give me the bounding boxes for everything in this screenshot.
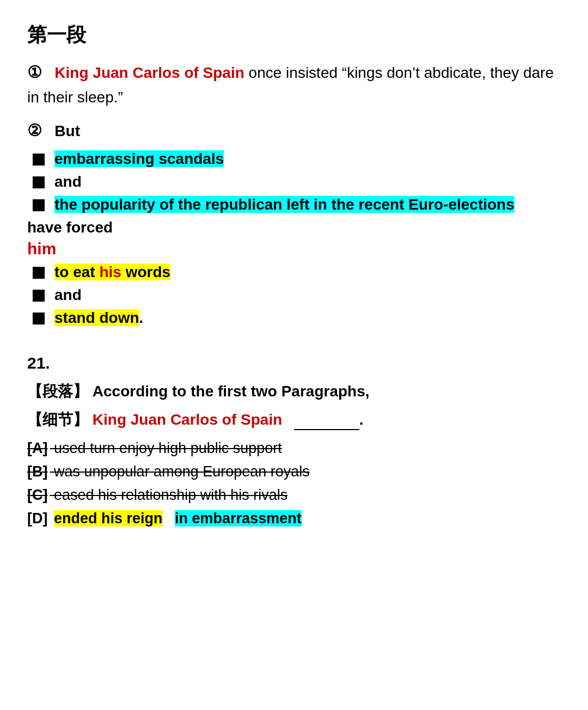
to-eat-words-yellow: to eat his words [54,264,170,280]
bullet-text-3: the popularity of the republican left in… [54,196,514,213]
bullet-square-4 [33,267,45,279]
to-eat-prefix: to eat [54,264,99,280]
bullet-item-6: stand down. [33,309,561,327]
bullet-square-2 [33,176,45,188]
option-A-text: used turn enjoy high public support [54,440,282,456]
bullet-text-5: and [54,286,82,304]
bullet-square-5 [33,290,45,302]
option-D-cyan: in embarrassment [175,510,302,527]
question-xijie: 【细节】 King Juan Carlos of Spain . [27,409,561,430]
question-number: 21. [27,354,561,372]
bullet-item-5: and [33,286,561,304]
xijie-red-name: King Juan Carlos of Spain [93,411,282,428]
option-D-yellow: ended his reign [54,510,163,527]
bullet-square-1 [33,154,45,166]
option-B: [B] was unpopular among European royals [27,463,561,480]
option-C: [C] eased his relationship with his riva… [27,487,561,504]
circle-num-1: ① [27,63,42,81]
paragraph-2: ② But [27,118,561,144]
his-red: his [99,264,121,280]
popularity-text: the popularity of the republican left in… [54,196,514,213]
bullet-text-1: embarrassing scandals [54,150,224,168]
bullet-text-6: stand down. [54,309,143,327]
section-title: 第一段 [27,22,561,48]
him-text: him [27,240,561,258]
xijie-blank: . [286,411,364,428]
danluo-text: According to the first two Paragraphs, [93,383,370,400]
option-C-label: [C] [27,487,47,503]
stand-down-yellow: stand down [54,309,139,326]
blank-line [294,429,359,430]
bullet-item-3: the popularity of the republican left in… [33,196,561,213]
bullet-square-6 [33,313,45,325]
option-B-label: [B] [27,463,47,480]
king-juan-carlos-text: King Juan Carlos of Spain [54,64,244,81]
stand-down-period: . [139,309,144,326]
bullet-text-4: to eat his words [54,264,170,281]
circle-num-2: ② [27,121,42,139]
option-C-text: eased his relationship with his rivals [54,487,287,503]
bullet-item-2: and [33,173,561,191]
have-forced-text: have forced [27,219,561,236]
danluo-label: 【段落】 [27,383,88,400]
option-A: [A] used turn enjoy high public support [27,440,561,457]
bullet-item-1: embarrassing scandals [33,150,561,168]
option-A-label: [A] [27,440,47,456]
but-text: But [54,123,80,139]
bullet-square-3 [33,199,45,211]
words-suffix: words [121,264,170,280]
bullet-item-4: to eat his words [33,264,561,281]
option-D: [D] ended his reign in embarrassment [27,510,561,527]
question-danluo: 【段落】 According to the first two Paragrap… [27,381,561,402]
option-B-text: was unpopular among European royals [54,463,310,480]
option-D-label: [D] [27,510,47,527]
paragraph-1: ① King Juan Carlos of Spain once insiste… [27,59,561,110]
xijie-label: 【细节】 [27,411,88,428]
embarrassing-scandals: embarrassing scandals [54,150,224,167]
bullet-text-2: and [54,173,82,191]
